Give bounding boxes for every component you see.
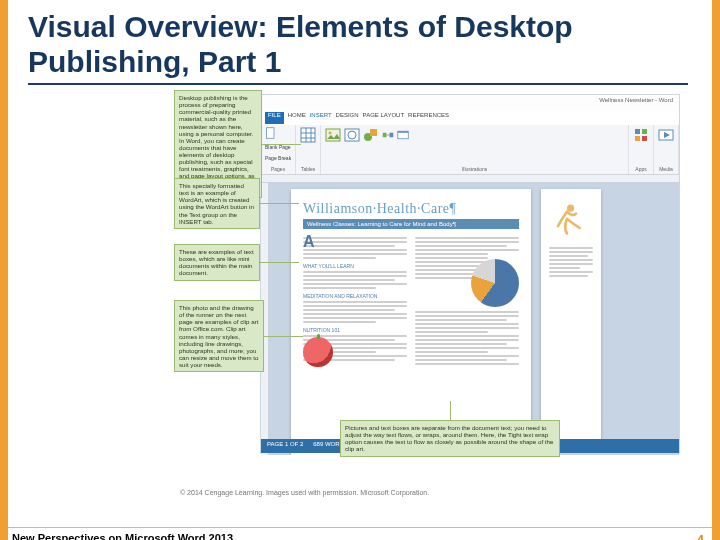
figure-word-screenshot: Desktop publishing is the process of pre… <box>180 94 680 484</box>
screenshot-icon[interactable] <box>397 129 409 141</box>
ribbon-group-pages: Blank Page Page Break Pages <box>261 125 296 174</box>
svg-rect-17 <box>635 129 640 134</box>
svg-rect-0 <box>267 128 275 139</box>
accent-bar-left <box>0 0 8 540</box>
page-break-label: Page Break <box>265 155 291 161</box>
newsletter-wordart-title: Williamson·Health·Care¶ <box>303 201 519 217</box>
subhead-3: NUTRITION 101 <box>303 327 407 333</box>
accent-bar-right <box>712 0 720 540</box>
page-title: Visual Overview: Elements of Desktop Pub… <box>28 10 688 85</box>
online-pictures-icon[interactable] <box>344 127 360 143</box>
apple-clip-art <box>303 337 333 367</box>
column-left: A WHAT YOU'LL LEARN MEDITATION AND RELAX… <box>303 235 407 369</box>
pie-chart-graphic <box>471 259 519 307</box>
svg-point-22 <box>567 205 574 212</box>
table-icon[interactable] <box>300 127 316 143</box>
svg-rect-20 <box>642 136 647 141</box>
ribbon-group-apps: Apps <box>629 125 654 174</box>
running-figure-clip-art <box>549 201 585 237</box>
svg-rect-1 <box>301 128 315 142</box>
subhead-2: MEDITATION AND RELAXATION <box>303 293 407 299</box>
callout-text-wrap: Pictures and text boxes are separate fro… <box>340 420 560 457</box>
callout-text-boxes: These are examples of text boxes, which … <box>174 244 260 281</box>
ribbon-group-tables: Tables <box>296 125 321 174</box>
apps-icon[interactable] <box>633 127 649 143</box>
svg-rect-12 <box>383 133 387 138</box>
copyright-text: © 2014 Cengage Learning. Images used wit… <box>180 489 429 496</box>
blank-page-label: Blank Page <box>265 144 291 150</box>
word-window: Wellness Newsletter - Word FILE HOME INS… <box>260 94 680 454</box>
ribbon-group-illustrations: Illustrations <box>321 125 629 174</box>
group-label-illustrations: Illustrations <box>325 166 624 172</box>
callout-clip-art: This photo and the drawing of the runner… <box>174 300 264 372</box>
tab-references[interactable]: REFERENCES <box>408 112 449 124</box>
footer: New Perspectives on Microsoft Word 2013 … <box>8 527 712 532</box>
subhead-1: WHAT YOU'LL LEARN <box>303 263 407 269</box>
svg-rect-18 <box>642 129 647 134</box>
callout-wordart: This specially formatted text is an exam… <box>174 178 260 229</box>
newsletter-subtitle: Wellness Classes: Learning to Care for M… <box>303 219 519 229</box>
svg-rect-11 <box>370 129 377 136</box>
slide-number: 4 <box>697 532 704 540</box>
tab-file[interactable]: FILE <box>265 112 284 124</box>
tab-design[interactable]: DESIGN <box>336 112 359 124</box>
shapes-icon[interactable] <box>363 127 379 143</box>
group-label-tables: Tables <box>300 166 316 172</box>
title-bar: Wellness Newsletter - Word <box>261 95 679 111</box>
svg-rect-6 <box>326 129 340 141</box>
svg-rect-16 <box>398 131 409 133</box>
newsletter-page-1: Williamson·Health·Care¶ Wellness Classes… <box>291 189 531 455</box>
newsletter-page-2 <box>541 189 601 449</box>
window-title: Wellness Newsletter - Word <box>599 97 673 103</box>
ribbon-group-media: Media <box>654 125 679 174</box>
group-label-pages: Pages <box>265 166 291 172</box>
ruler-horizontal <box>261 175 679 183</box>
ribbon-tabs: FILE HOME INSERT DESIGN PAGE LAYOUT REFE… <box>261 111 679 125</box>
svg-point-7 <box>329 132 332 135</box>
smartart-icon[interactable] <box>382 129 394 141</box>
online-video-icon[interactable] <box>658 127 674 143</box>
document-area: Williamson·Health·Care¶ Wellness Classes… <box>261 175 679 455</box>
tab-home[interactable]: HOME <box>288 112 306 124</box>
tab-page-layout[interactable]: PAGE LAYOUT <box>363 112 404 124</box>
ribbon: Blank Page Page Break Pages Tables Ill <box>261 125 679 175</box>
blank-page-icon[interactable] <box>265 127 277 139</box>
svg-rect-13 <box>390 133 394 138</box>
status-page: PAGE 1 OF 2 <box>267 441 303 451</box>
tab-insert[interactable]: INSERT <box>310 112 332 124</box>
footer-text: New Perspectives on Microsoft Word 2013 <box>12 532 233 540</box>
pictures-icon[interactable] <box>325 127 341 143</box>
group-label-apps: Apps <box>633 166 649 172</box>
drop-cap: A <box>303 235 315 249</box>
column-right <box>415 235 519 369</box>
group-label-media: Media <box>658 166 674 172</box>
svg-rect-19 <box>635 136 640 141</box>
